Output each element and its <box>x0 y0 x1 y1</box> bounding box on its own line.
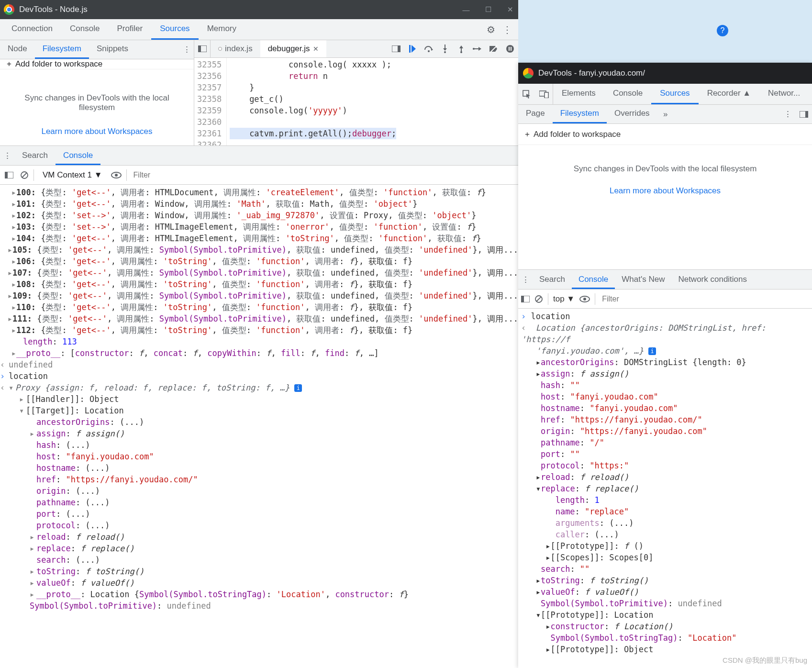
resume-icon[interactable] <box>407 44 418 54</box>
nav-tab-filesystem[interactable]: Filesystem <box>35 40 89 59</box>
console-output[interactable]: ▸100: {类型: 'get<--', 调用者: HTMLDocument, … <box>0 185 518 668</box>
file-tab-debuggerjs[interactable]: debugger.js ✕ <box>260 40 326 57</box>
plus-icon: + <box>525 130 530 139</box>
devtools-node-window: DevTools - Node.js — ☐ ✕ Connection Cons… <box>0 0 518 668</box>
file-dot-icon <box>218 47 222 51</box>
drawer-tab-search[interactable]: Search <box>533 270 572 289</box>
context-selector[interactable]: VM Context 1 ▼ <box>39 168 106 182</box>
svg-point-39 <box>583 298 586 301</box>
subtab-page[interactable]: Page <box>518 105 553 123</box>
kebab-icon[interactable]: ⋮ <box>179 40 194 59</box>
toggle-console-sidebar-icon[interactable] <box>521 296 530 302</box>
kebab-icon[interactable]: ⋮ <box>0 146 14 165</box>
sources-subtabs: Page Filesystem Overrides » ⋮ <box>518 105 812 124</box>
nav-tab-snippets[interactable]: Snippets <box>89 40 136 59</box>
file-tab-indexjs[interactable]: index.js <box>211 40 260 57</box>
svg-rect-3 <box>398 45 400 52</box>
svg-marker-7 <box>431 48 433 51</box>
drawer-tab-search[interactable]: Search <box>14 146 56 165</box>
filter-input[interactable] <box>132 169 515 181</box>
drawer-tab-network-conditions[interactable]: Network conditions <box>671 270 754 289</box>
tab-recorder[interactable]: Recorder ▲ <box>699 84 759 104</box>
svg-point-27 <box>115 174 118 177</box>
tab-sources[interactable]: Sources <box>151 19 198 40</box>
toggle-debugger-sidebar-icon[interactable] <box>391 44 401 54</box>
subtab-overrides[interactable]: Overrides <box>607 105 657 123</box>
window-title: DevTools - Node.js <box>19 5 462 14</box>
console-toolbar: top ▼ <box>518 289 812 309</box>
drawer-tab-console[interactable]: Console <box>56 146 100 165</box>
svg-marker-12 <box>459 45 463 48</box>
clear-console-icon[interactable] <box>20 171 29 179</box>
close-icon[interactable]: ✕ <box>506 5 514 14</box>
tab-console[interactable]: Console <box>604 84 651 104</box>
svg-rect-20 <box>509 47 510 51</box>
tab-console[interactable]: Console <box>61 19 108 40</box>
toggle-debugger-sidebar-icon[interactable] <box>796 105 812 123</box>
pause-exceptions-icon[interactable] <box>505 44 515 54</box>
kebab-icon[interactable]: ⋮ <box>499 19 515 40</box>
main-tabbar: Connection Console Profiler Sources Memo… <box>0 19 518 40</box>
devtools-fanyi-window: DevTools - fanyi.youdao.com/ Elements Co… <box>518 63 812 668</box>
svg-point-13 <box>460 51 462 53</box>
learn-more-link[interactable]: Learn more about Workspaces <box>14 127 179 136</box>
subtab-filesystem[interactable]: Filesystem <box>553 105 607 123</box>
step-out-icon[interactable] <box>456 44 467 54</box>
drawer-tab-whatsnew[interactable]: What's New <box>615 270 671 289</box>
svg-point-10 <box>444 51 446 53</box>
console-output[interactable]: › location‹ Location {ancestorOrigins: D… <box>518 309 812 668</box>
close-tab-icon[interactable]: ✕ <box>313 45 319 53</box>
svg-rect-23 <box>5 172 8 178</box>
minimize-icon[interactable]: — <box>462 5 470 14</box>
svg-marker-9 <box>443 48 447 51</box>
help-icon[interactable]: ? <box>717 25 728 36</box>
deactivate-breakpoints-icon[interactable] <box>489 44 499 54</box>
file-tabbar: index.js debugger.js ✕ <box>194 40 518 58</box>
learn-more-link[interactable]: Learn more about Workspaces <box>533 186 798 196</box>
toggle-console-sidebar-icon[interactable] <box>3 172 15 178</box>
svg-rect-33 <box>805 111 808 118</box>
maximize-icon[interactable]: ☐ <box>484 5 492 14</box>
chrome-icon <box>523 68 534 78</box>
sync-message: Sync changes in DevTools with the local … <box>533 164 798 174</box>
filter-input[interactable] <box>600 293 809 305</box>
add-folder-button[interactable]: + Add folder to workspace <box>0 59 194 69</box>
step-icon[interactable] <box>472 44 483 54</box>
svg-point-16 <box>473 48 475 50</box>
add-folder-label: Add folder to workspace <box>15 59 102 69</box>
tab-elements[interactable]: Elements <box>553 84 604 104</box>
tab-network[interactable]: Networ... <box>759 84 809 104</box>
tab-sources[interactable]: Sources <box>651 84 698 104</box>
nav-tab-node[interactable]: Node <box>0 40 35 59</box>
main-tabbar: Elements Console Sources Recorder ▲ Netw… <box>518 84 812 105</box>
step-over-icon[interactable] <box>423 44 434 54</box>
kebab-icon[interactable]: ⋮ <box>779 105 796 123</box>
toggle-navigator-icon[interactable] <box>194 40 211 57</box>
clear-console-icon[interactable] <box>534 295 543 303</box>
tab-memory[interactable]: Memory <box>199 19 245 40</box>
context-selector[interactable]: top ▼ <box>553 294 575 304</box>
device-toggle-icon[interactable] <box>535 84 553 104</box>
live-expression-icon[interactable] <box>111 172 122 178</box>
kebab-icon[interactable]: ⋮ <box>518 270 533 289</box>
tab-connection[interactable]: Connection <box>3 19 61 40</box>
console-toolbar: VM Context 1 ▼ <box>0 166 518 185</box>
tab-profiler[interactable]: Profiler <box>108 19 151 40</box>
add-folder-label: Add folder to workspace <box>534 130 621 139</box>
svg-line-25 <box>22 173 27 178</box>
svg-line-37 <box>536 297 541 301</box>
gear-icon[interactable]: ⚙ <box>483 19 499 40</box>
add-folder-button[interactable]: + Add folder to workspace <box>518 124 812 145</box>
drawer-tab-console[interactable]: Console <box>572 270 615 289</box>
inspect-icon[interactable] <box>518 84 535 104</box>
titlebar: DevTools - fanyi.youdao.com/ <box>518 63 812 84</box>
svg-rect-1 <box>198 45 201 52</box>
live-expression-icon[interactable] <box>579 296 590 302</box>
svg-rect-31 <box>545 92 548 98</box>
svg-point-19 <box>506 45 514 53</box>
more-icon[interactable]: » <box>657 105 674 123</box>
titlebar: DevTools - Node.js — ☐ ✕ <box>0 0 518 19</box>
svg-rect-21 <box>511 47 512 51</box>
drawer-tabbar: ⋮ Search Console What's New Network cond… <box>518 269 812 289</box>
step-into-icon[interactable] <box>440 44 450 54</box>
